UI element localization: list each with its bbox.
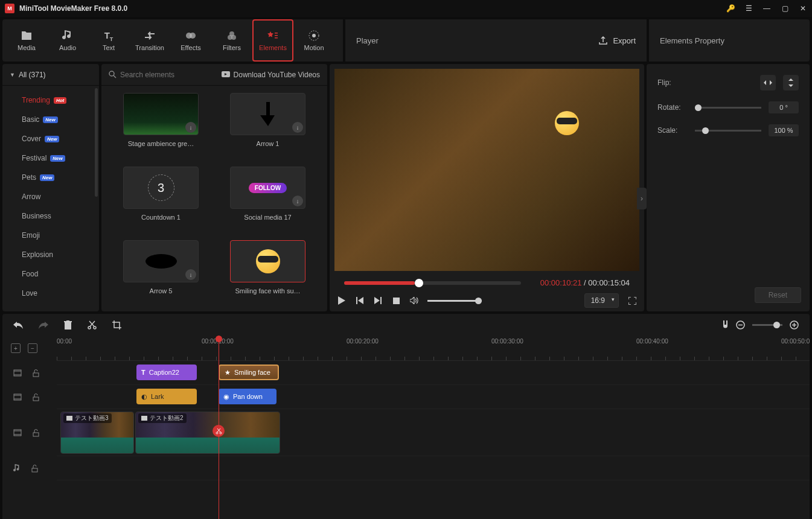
prev-frame-button[interactable] xyxy=(355,296,365,305)
timeline-ruler[interactable]: 00:0000:00:10:0000:00:20:0000:00:30:0000… xyxy=(57,336,810,361)
volume-icon[interactable] xyxy=(409,296,419,305)
zoom-out-button[interactable] xyxy=(736,320,745,330)
remove-track-button[interactable]: − xyxy=(28,343,37,353)
track-video[interactable]: テスト動画3 テスト動画2 xyxy=(57,409,810,456)
track-audio[interactable] xyxy=(57,456,810,480)
unlock-icon[interactable] xyxy=(33,369,39,377)
scale-slider[interactable] xyxy=(695,130,761,132)
element-item[interactable]: FOLLOW↓Social media 17 xyxy=(220,167,315,231)
add-track-button[interactable]: + xyxy=(11,343,21,353)
tab-motion[interactable]: Motion xyxy=(293,19,334,62)
star-icon: ★ xyxy=(225,369,231,377)
clip-video-2[interactable]: テスト動画2 xyxy=(135,412,280,454)
tab-text[interactable]: TTText xyxy=(88,19,129,62)
timeline: + − 00:0000:00:10:0000:00:20:0000:00:30:… xyxy=(2,336,810,519)
element-item[interactable]: Smiling face with su… xyxy=(220,240,315,304)
undo-button[interactable] xyxy=(13,320,23,329)
element-item[interactable]: ↓Stage ambience gre… xyxy=(113,93,208,157)
sidebar-item-pets[interactable]: PetsNew xyxy=(2,168,99,187)
tab-filters[interactable]: Filters xyxy=(211,19,252,62)
track-overlay[interactable]: ◐Lark ◉Pan down xyxy=(57,385,810,409)
clip-pan[interactable]: ◉Pan down xyxy=(219,389,277,404)
clip-caption[interactable]: TCaption22 xyxy=(136,365,197,380)
tab-transition[interactable]: Transition xyxy=(129,19,170,62)
flip-horizontal-button[interactable] xyxy=(760,75,776,91)
element-item[interactable]: ↓Arrow 5 xyxy=(113,240,208,304)
playhead[interactable] xyxy=(219,336,219,519)
rotate-value[interactable]: 0 ° xyxy=(769,101,799,113)
download-icon[interactable]: ↓ xyxy=(185,122,196,133)
redo-button[interactable] xyxy=(39,320,48,329)
search-input-wrap[interactable] xyxy=(109,71,222,79)
tab-elements[interactable]: Elements xyxy=(252,19,293,62)
sidebar-item-food[interactable]: Food xyxy=(2,264,99,284)
aspect-ratio-select[interactable]: 16:9 xyxy=(584,293,619,308)
clip-lark[interactable]: ◐Lark xyxy=(136,389,197,404)
split-button[interactable] xyxy=(88,320,97,330)
chevron-down-icon: ▼ xyxy=(10,72,15,78)
sidebar-scrollbar[interactable] xyxy=(95,88,98,197)
sidebar-item-trending[interactable]: TrendingHot xyxy=(2,91,99,110)
preview-element-overlay[interactable] xyxy=(555,111,579,135)
crop-button[interactable] xyxy=(112,320,121,330)
svg-point-25 xyxy=(216,432,218,434)
sidebar-item-cover[interactable]: CoverNew xyxy=(2,129,99,148)
track-head-video xyxy=(2,409,57,456)
sidebar-item-basic[interactable]: BasicNew xyxy=(2,110,99,129)
properties-header: Elements Property xyxy=(660,36,724,45)
minimize-button[interactable]: — xyxy=(762,4,771,13)
player-label: Player xyxy=(356,36,379,45)
panel-expand-handle[interactable]: › xyxy=(637,188,647,209)
scale-label: Scale: xyxy=(657,126,688,135)
clip-video-1[interactable]: テスト動画3 xyxy=(60,412,134,454)
sidebar-item-emoji[interactable]: Emoji xyxy=(2,226,99,245)
svg-point-15 xyxy=(94,326,96,329)
zoom-slider[interactable] xyxy=(752,324,782,326)
clip-element[interactable]: ★Smiling face xyxy=(219,365,279,380)
svg-rect-5 xyxy=(275,33,278,34)
zoom-in-button[interactable] xyxy=(790,320,799,330)
close-button[interactable]: ✕ xyxy=(799,4,807,13)
tab-audio[interactable]: Audio xyxy=(47,19,88,62)
app-logo: M xyxy=(5,4,14,13)
svg-rect-19 xyxy=(33,373,39,377)
element-item[interactable]: 3Countdown 1 xyxy=(113,167,208,231)
reset-button[interactable]: Reset xyxy=(755,287,801,303)
download-icon[interactable]: ↓ xyxy=(185,269,196,280)
play-button[interactable] xyxy=(337,296,347,305)
sidebar-item-festival[interactable]: FestivalNew xyxy=(2,148,99,168)
sidebar-item-business[interactable]: Business xyxy=(2,206,99,226)
download-youtube-link[interactable]: Download YouTube Videos xyxy=(222,71,320,79)
elements-grid-panel: Download YouTube Videos ↓Stage ambience … xyxy=(101,64,327,311)
snap-button[interactable] xyxy=(722,320,729,330)
maximize-button[interactable]: ▢ xyxy=(781,4,789,13)
tab-media[interactable]: Media xyxy=(6,19,47,62)
sidebar-item-explosion[interactable]: Explosion xyxy=(2,245,99,264)
hamburger-icon[interactable]: ☰ xyxy=(744,4,753,13)
track-elements[interactable]: TCaption22 ★Smiling face xyxy=(57,361,810,385)
preview-viewport[interactable] xyxy=(334,69,639,271)
export-button[interactable]: Export xyxy=(598,36,636,45)
delete-button[interactable] xyxy=(64,320,72,330)
unlock-icon[interactable] xyxy=(33,429,39,437)
svg-rect-7 xyxy=(275,37,278,39)
sidebar-header[interactable]: ▼ All (371) xyxy=(2,64,99,86)
scale-value[interactable]: 100 % xyxy=(769,124,799,136)
sidebar-item-love[interactable]: Love xyxy=(2,284,99,303)
stop-button[interactable] xyxy=(391,296,401,305)
download-icon[interactable]: ↓ xyxy=(292,196,303,206)
rotate-slider[interactable] xyxy=(695,107,761,109)
download-icon[interactable]: ↓ xyxy=(292,122,303,133)
element-item[interactable]: ↓Arrow 1 xyxy=(220,93,315,157)
volume-slider[interactable] xyxy=(427,300,482,302)
unlock-icon[interactable] xyxy=(31,465,38,473)
flip-vertical-button[interactable] xyxy=(783,75,799,91)
tab-effects[interactable]: Effects xyxy=(170,19,211,62)
next-frame-button[interactable] xyxy=(373,296,383,305)
fullscreen-button[interactable] xyxy=(627,296,637,305)
key-icon[interactable]: 🔑 xyxy=(726,4,735,13)
unlock-icon[interactable] xyxy=(33,393,39,401)
preview-seek-bar[interactable] xyxy=(344,281,521,285)
sidebar-item-arrow[interactable]: Arrow xyxy=(2,187,99,206)
search-input[interactable] xyxy=(120,71,199,79)
